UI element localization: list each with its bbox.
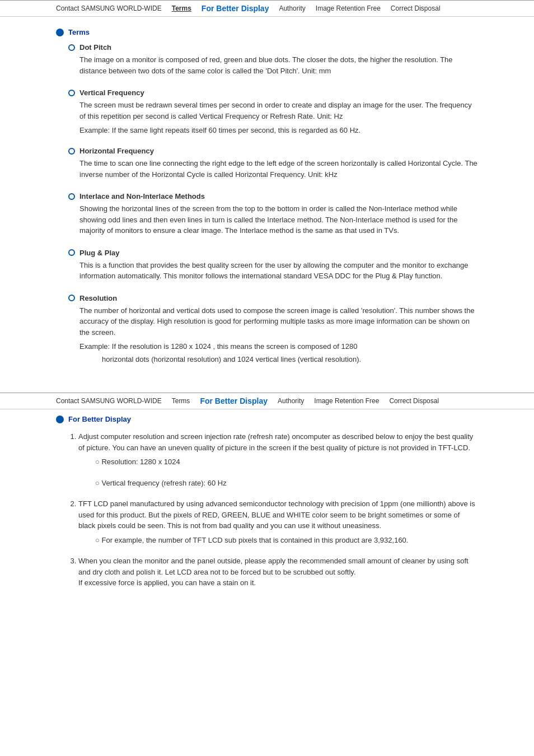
interlace-title: Interlace and Non-Interlace Methods bbox=[79, 192, 205, 200]
list-item-2: TFT LCD panel manufactured by using adva… bbox=[78, 498, 478, 545]
resolution-example-line1: Example: If the resolution is 1280 x 102… bbox=[79, 342, 478, 351]
horiz-freq-body: The time to scan one line connecting the… bbox=[79, 158, 478, 180]
list-item-2-body: TFT LCD panel manufactured by using adva… bbox=[78, 500, 475, 530]
plug-play-title-row: Plug & Play bbox=[68, 249, 478, 257]
interlace-icon bbox=[68, 193, 75, 200]
term-dot-pitch: Dot Pitch The image on a monitor is comp… bbox=[68, 43, 478, 76]
plug-play-icon bbox=[68, 249, 75, 256]
subitem-sub-pixels: For example, the number of TFT LCD sub p… bbox=[95, 535, 478, 546]
nav-contact[interactable]: Contact SAMSUNG WORLD-WIDE bbox=[56, 4, 162, 12]
list-item-3-body: When you clean the monitor and the panel… bbox=[78, 557, 469, 587]
for-better-title-row: For Better Display bbox=[56, 415, 478, 423]
for-better-icon bbox=[56, 416, 64, 423]
for-better-heading: For Better Display bbox=[68, 415, 131, 423]
nav2-terms[interactable]: Terms bbox=[172, 397, 190, 405]
terms-title-row: Terms bbox=[56, 28, 478, 36]
horiz-freq-title-row: Horizontal Frequency bbox=[68, 147, 478, 155]
nav2-contact[interactable]: Contact SAMSUNG WORLD-WIDE bbox=[56, 397, 162, 405]
bottom-nav-bar: Contact SAMSUNG WORLD-WIDE Terms For Bet… bbox=[0, 393, 534, 409]
list-item-3: When you clean the monitor and the panel… bbox=[78, 556, 478, 589]
resolution-title: Resolution bbox=[79, 294, 117, 302]
for-better-section: For Better Display Adjust computer resol… bbox=[0, 409, 534, 615]
resolution-example-line2: horizontal dots (horizontal resolution) … bbox=[102, 355, 478, 363]
term-resolution: Resolution The number of horizontal and … bbox=[68, 294, 478, 364]
subitem-resolution: Resolution: 1280 x 1024 bbox=[95, 456, 478, 468]
list-item-2-subitems: For example, the number of TFT LCD sub p… bbox=[95, 535, 478, 546]
nav2-image-retention[interactable]: Image Retention Free bbox=[314, 397, 379, 405]
vertical-freq-icon bbox=[68, 90, 75, 96]
nav2-authority[interactable]: Authority bbox=[278, 397, 304, 405]
list-item-1-body: Adjust computer resolution and screen in… bbox=[78, 432, 473, 452]
dot-pitch-title-row: Dot Pitch bbox=[68, 43, 478, 52]
terms-icon bbox=[56, 29, 64, 36]
vertical-freq-title: Vertical Frequency bbox=[79, 88, 144, 97]
for-better-list: Adjust computer resolution and screen in… bbox=[78, 431, 478, 589]
term-horizontal-frequency: Horizontal Frequency The time to scan on… bbox=[68, 147, 478, 180]
nav2-correct-disposal[interactable]: Correct Disposal bbox=[389, 397, 439, 405]
term-vertical-frequency: Vertical Frequency The screen must be re… bbox=[68, 88, 478, 134]
terms-heading: Terms bbox=[68, 28, 90, 36]
dot-pitch-body: The image on a monitor is composed of re… bbox=[79, 54, 478, 76]
vertical-freq-title-row: Vertical Frequency bbox=[68, 88, 478, 97]
interlace-body: Showing the horizontal lines of the scre… bbox=[79, 203, 478, 236]
nav-for-better[interactable]: For Better Display bbox=[202, 4, 269, 13]
vertical-freq-example: Example: If the same light repeats itsel… bbox=[79, 126, 478, 134]
dot-pitch-title: Dot Pitch bbox=[79, 43, 111, 52]
list-item-1-subitems: Resolution: 1280 x 1024 Vertical frequen… bbox=[95, 456, 478, 488]
plug-play-body: This is a function that provides the bes… bbox=[79, 260, 478, 282]
resolution-title-row: Resolution bbox=[68, 294, 478, 302]
terms-section: Terms Dot Pitch The image on a monitor i… bbox=[0, 17, 534, 393]
subitem-refresh-rate: Vertical frequency (refresh rate): 60 Hz bbox=[95, 478, 478, 489]
term-plug-play: Plug & Play This is a function that prov… bbox=[68, 249, 478, 282]
list-item-1: Adjust computer resolution and screen in… bbox=[78, 431, 478, 488]
term-interlace: Interlace and Non-Interlace Methods Show… bbox=[68, 192, 478, 236]
horiz-freq-title: Horizontal Frequency bbox=[79, 147, 154, 155]
interlace-title-row: Interlace and Non-Interlace Methods bbox=[68, 192, 478, 200]
dot-pitch-icon bbox=[68, 44, 75, 51]
horiz-freq-icon bbox=[68, 148, 75, 155]
nav-authority[interactable]: Authority bbox=[279, 4, 305, 12]
nav-correct-disposal[interactable]: Correct Disposal bbox=[391, 4, 441, 12]
resolution-body: The number of horizontal and vertical do… bbox=[79, 305, 478, 338]
resolution-icon bbox=[68, 295, 75, 301]
nav-image-retention[interactable]: Image Retention Free bbox=[316, 4, 381, 12]
vertical-freq-body: The screen must be redrawn several times… bbox=[79, 100, 478, 122]
nav2-for-better[interactable]: For Better Display bbox=[200, 396, 268, 405]
plug-play-title: Plug & Play bbox=[79, 249, 120, 257]
nav-terms[interactable]: Terms bbox=[172, 4, 191, 12]
top-nav-bar: Contact SAMSUNG WORLD-WIDE Terms For Bet… bbox=[0, 0, 534, 17]
